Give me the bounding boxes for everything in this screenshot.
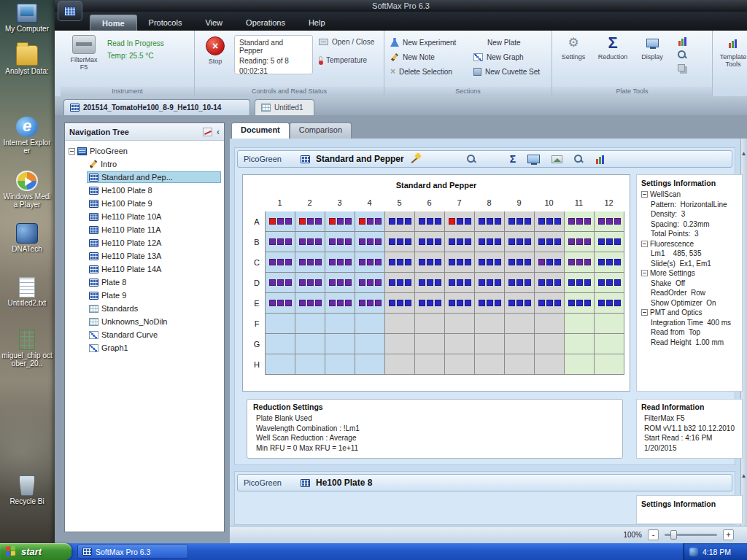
- ribbon-tab-protocols[interactable]: Protocols: [137, 15, 194, 31]
- annotation-icon[interactable]: [203, 128, 212, 136]
- well-H4[interactable]: [355, 354, 385, 375]
- well-A7[interactable]: [445, 211, 475, 232]
- stop-button[interactable]: × Stop: [201, 36, 230, 65]
- well-H2[interactable]: [295, 354, 325, 375]
- well-F6[interactable]: [415, 314, 445, 334]
- well-E11[interactable]: [565, 293, 595, 314]
- well-F3[interactable]: [325, 314, 355, 334]
- desktop-icon-analyst-data[interactable]: Analyst Data:: [1, 45, 53, 75]
- well-E3[interactable]: [325, 293, 355, 314]
- tree-item-standard-and-pep-[interactable]: Standard and Pep...: [65, 171, 224, 184]
- desktop-icon-dnatech[interactable]: DNATech: [1, 223, 53, 253]
- sections-item-new-graph[interactable]: New Graph: [473, 50, 552, 64]
- tree-item-plate-8[interactable]: Plate 8: [65, 276, 224, 289]
- tray-icon[interactable]: [689, 548, 698, 556]
- well-E6[interactable]: [415, 293, 445, 314]
- zoom-in-button[interactable]: +: [723, 529, 734, 540]
- well-A9[interactable]: [505, 211, 535, 232]
- reduction-button[interactable]: ΣReduction: [596, 34, 630, 61]
- well-F4[interactable]: [355, 314, 385, 334]
- well-D2[interactable]: [295, 273, 325, 293]
- well-F7[interactable]: [445, 314, 475, 334]
- section2-header[interactable]: PicoGreen He100 Plate 8: [237, 474, 732, 491]
- well-C3[interactable]: [325, 252, 355, 273]
- ribbon-tab-home[interactable]: Home: [90, 15, 137, 31]
- desktop-icon-untitled2[interactable]: Untitled2.txt: [1, 277, 53, 307]
- filtermax-button[interactable]: FilterMax F5: [66, 35, 101, 71]
- settings-expander-icon[interactable]: [641, 270, 648, 276]
- document-tab-1[interactable]: 201514_TomatoHe100_8-9_He110_10-14: [63, 99, 250, 115]
- well-B3[interactable]: [325, 232, 355, 252]
- tree-item-he110-plate-11a[interactable]: He110 Plate 11A: [65, 223, 224, 236]
- well-C5[interactable]: [385, 252, 415, 273]
- well-E7[interactable]: [445, 293, 475, 314]
- tree-item-intro[interactable]: Intro: [65, 158, 224, 171]
- well-A10[interactable]: [535, 211, 565, 232]
- open-close-button[interactable]: Open / Close: [319, 38, 374, 46]
- tree-item-he110-plate-12a[interactable]: He110 Plate 12A: [65, 236, 224, 249]
- zoom-out-button[interactable]: -: [648, 529, 659, 540]
- well-D6[interactable]: [415, 273, 445, 293]
- zoom-slider-handle[interactable]: [670, 530, 677, 540]
- plate-toolbar-icon[interactable]: [488, 155, 498, 163]
- settings-expander-icon[interactable]: [641, 191, 648, 198]
- tab-comparison[interactable]: Comparison: [290, 122, 352, 139]
- well-E5[interactable]: [385, 293, 415, 314]
- chart-icon[interactable]: [678, 36, 688, 46]
- temperature-button[interactable]: Temperature: [319, 56, 374, 64]
- well-B2[interactable]: [295, 232, 325, 252]
- well-F1[interactable]: [266, 314, 295, 334]
- well-A11[interactable]: [565, 211, 595, 232]
- well-H8[interactable]: [475, 354, 505, 375]
- well-B5[interactable]: [385, 232, 415, 252]
- well-C2[interactable]: [295, 252, 325, 273]
- well-A5[interactable]: [385, 211, 415, 232]
- well-B10[interactable]: [535, 232, 565, 252]
- well-G12[interactable]: [595, 334, 624, 354]
- well-D5[interactable]: [385, 273, 415, 293]
- section1-header[interactable]: PicoGreen Standard and Pepper Σ: [237, 150, 732, 168]
- well-E10[interactable]: [535, 293, 565, 314]
- well-H10[interactable]: [535, 354, 565, 375]
- display-toolbar-icon[interactable]: [527, 155, 540, 163]
- chart-toolbar-icon[interactable]: [595, 155, 605, 164]
- display-button[interactable]: Display: [635, 34, 669, 61]
- search-toolbar-icon[interactable]: [467, 155, 476, 164]
- layers-icon[interactable]: [678, 64, 685, 71]
- well-D1[interactable]: [266, 273, 295, 293]
- well-C11[interactable]: [565, 252, 595, 273]
- desktop-icon-my-computer[interactable]: My Computer: [1, 3, 53, 33]
- zoom-toolbar-icon[interactable]: [574, 155, 584, 164]
- well-C7[interactable]: [445, 252, 475, 273]
- well-A4[interactable]: [355, 211, 385, 232]
- well-F12[interactable]: [595, 314, 624, 334]
- well-H6[interactable]: [415, 354, 445, 375]
- desktop-icon-internet-explorer[interactable]: Internet Explorer: [1, 117, 53, 155]
- well-B11[interactable]: [565, 232, 595, 252]
- settings-expander-icon[interactable]: [641, 309, 648, 316]
- well-B8[interactable]: [475, 232, 505, 252]
- well-C8[interactable]: [475, 252, 505, 273]
- ribbon-tab-help[interactable]: Help: [297, 15, 337, 31]
- tree-item-standard-curve[interactable]: Standard Curve: [65, 328, 224, 341]
- well-A8[interactable]: [475, 211, 505, 232]
- well-D7[interactable]: [445, 273, 475, 293]
- sections-item-new-cuvette-set[interactable]: New Cuvette Set: [473, 64, 552, 79]
- taskbar-item-softmax[interactable]: SoftMax Pro 6.3: [77, 545, 188, 559]
- tree-item-standards[interactable]: Standards: [65, 302, 224, 315]
- tab-document[interactable]: Document: [231, 122, 290, 139]
- well-D12[interactable]: [595, 273, 624, 293]
- well-H7[interactable]: [445, 354, 475, 375]
- well-H11[interactable]: [565, 354, 595, 375]
- ribbon-tab-view[interactable]: View: [193, 15, 234, 31]
- well-B7[interactable]: [445, 232, 475, 252]
- well-F8[interactable]: [475, 314, 505, 334]
- well-H5[interactable]: [385, 354, 415, 375]
- well-E4[interactable]: [355, 293, 385, 314]
- tree-expander-icon[interactable]: [69, 148, 75, 155]
- well-G10[interactable]: [535, 334, 565, 354]
- well-C9[interactable]: [505, 252, 535, 273]
- well-G8[interactable]: [475, 334, 505, 354]
- well-F10[interactable]: [535, 314, 565, 334]
- tree-item-unknowns-nodiln[interactable]: Unknowns_NoDiln: [65, 315, 224, 328]
